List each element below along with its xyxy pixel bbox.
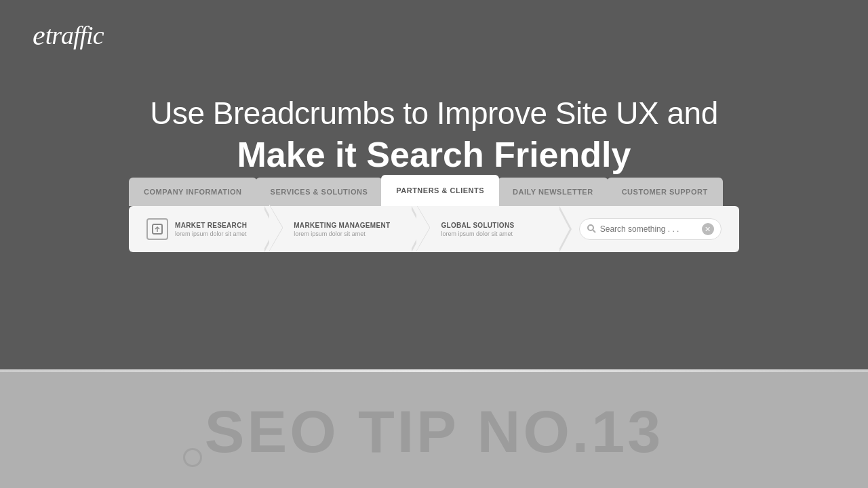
heading-line1: Use Breadcrumbs to Improve Site UX and	[150, 95, 717, 131]
search-icon	[587, 224, 596, 235]
svg-marker-3	[269, 205, 281, 251]
svg-point-6	[588, 225, 593, 230]
tab-services-solutions[interactable]: SERVICES & SOLUTIONS	[256, 178, 383, 206]
marketing-management-text: MARKETING MANAGEMENT lorem ipsum dolor s…	[294, 222, 390, 237]
bottom-section: SEO TIP NO.13	[0, 372, 868, 488]
global-solutions-text: GLOBAL SOLUTIONS lorem ipsum dolor sit a…	[441, 222, 514, 237]
search-clear-button[interactable]: ✕	[702, 223, 714, 235]
tab-daily-newsletter[interactable]: DAILY NEWSLETTER	[498, 178, 608, 206]
search-input[interactable]	[600, 224, 702, 234]
heading-line2: Make it Search Friendly	[150, 134, 717, 175]
logo-traffic: traffic	[45, 20, 102, 50]
tab-customer-support[interactable]: CUSTOMER SUPPORT	[607, 178, 723, 206]
logo-e: e	[33, 19, 45, 52]
seo-tip-text: SEO TIP NO.13	[205, 397, 663, 466]
nav-wrapper: COMPANY INFORMATION SERVICES & SOLUTIONS…	[122, 175, 746, 252]
search-area: ✕	[570, 218, 731, 240]
svg-marker-5	[416, 205, 429, 251]
tab-company-information[interactable]: COMPANY INFORMATION	[129, 178, 257, 206]
tab-partners-clients[interactable]: PARTNERS & CLIENTS	[381, 175, 499, 206]
bullet-decorator	[183, 448, 202, 467]
breadcrumb-global-solutions[interactable]: GLOBAL SOLUTIONS lorem ipsum dolor sit a…	[422, 222, 569, 237]
breadcrumb-marketing-management[interactable]: MARKETING MANAGEMENT lorem ipsum dolor s…	[275, 222, 422, 237]
top-section: e traffic Use Breadcrumbs to Improve Sit…	[0, 0, 868, 369]
search-box: ✕	[579, 218, 722, 240]
breadcrumb-row: MARKET RESEARCH lorem ipsum dolor sit am…	[129, 206, 739, 252]
breadcrumb-market-research[interactable]: MARKET RESEARCH lorem ipsum dolor sit am…	[137, 218, 275, 240]
logo-area: e traffic	[33, 19, 102, 52]
market-research-text: MARKET RESEARCH lorem ipsum dolor sit am…	[175, 222, 247, 237]
market-research-icon	[146, 218, 168, 240]
svg-line-7	[593, 230, 595, 232]
tabs-row: COMPANY INFORMATION SERVICES & SOLUTIONS…	[122, 175, 746, 206]
main-heading: Use Breadcrumbs to Improve Site UX and M…	[150, 95, 717, 175]
logo: e traffic	[33, 19, 102, 52]
